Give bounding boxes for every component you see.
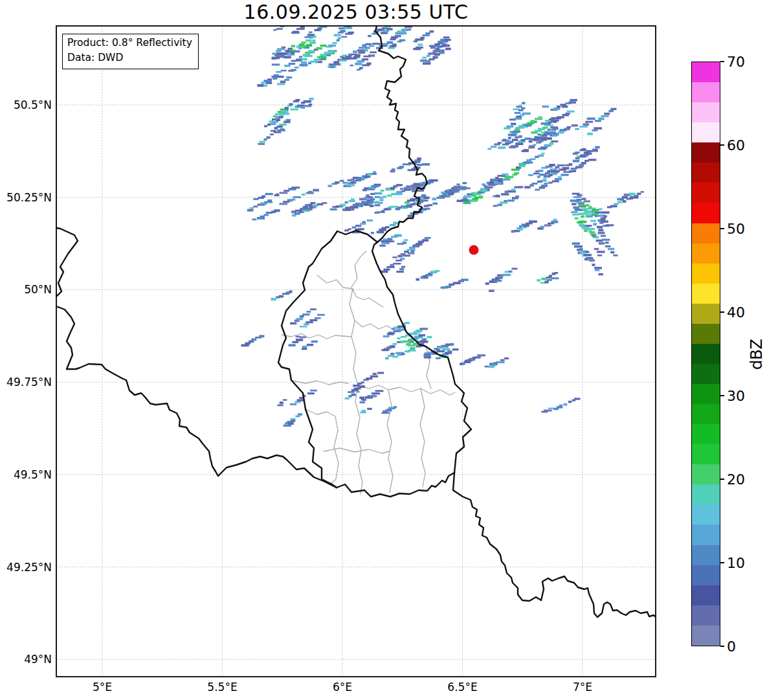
colorbar-band bbox=[692, 284, 720, 304]
region-border bbox=[324, 448, 390, 453]
colorbar-tickmark bbox=[720, 646, 724, 647]
colorbar-band bbox=[692, 565, 720, 585]
x-tick-label: 7°E bbox=[553, 681, 612, 694]
region-border bbox=[351, 251, 366, 288]
colorbar-tick-label: 30 bbox=[727, 388, 745, 404]
product-line: Product: 0.8° Reflectivity bbox=[67, 36, 192, 51]
radar-map bbox=[0, 0, 778, 700]
colorbar-band bbox=[692, 142, 720, 163]
x-tick-label: 5.5°E bbox=[194, 681, 252, 694]
data-source-line: Data: DWD bbox=[67, 51, 192, 65]
y-tick-label: 49.75°N bbox=[0, 376, 52, 389]
colorbar-tick-label: 10 bbox=[727, 555, 745, 571]
region-border bbox=[282, 333, 351, 339]
colorbar-band bbox=[692, 304, 720, 324]
y-tick-label: 49.5°N bbox=[0, 468, 52, 481]
region-border bbox=[387, 390, 393, 492]
colorbar-tickmark bbox=[720, 144, 724, 146]
country-border bbox=[56, 306, 337, 488]
x-tick-label: 6.5°E bbox=[434, 681, 492, 694]
colorbar-tick-label: 20 bbox=[727, 471, 745, 488]
x-tick-label: 6°E bbox=[313, 681, 372, 694]
y-tick-label: 49.25°N bbox=[0, 561, 52, 574]
y-tick-label: 50.5°N bbox=[0, 98, 52, 111]
y-tick-label: 50°N bbox=[0, 283, 52, 296]
colorbar-tickmark bbox=[720, 311, 724, 313]
colorbar-band bbox=[692, 605, 720, 626]
country-border bbox=[337, 473, 454, 497]
product-annotation-box: Product: 0.8° Reflectivity Data: DWD bbox=[62, 34, 199, 69]
colorbar-band bbox=[692, 585, 720, 605]
colorbar-tick-label: 70 bbox=[727, 54, 745, 70]
colorbar-band bbox=[692, 62, 720, 82]
radar-figure: 16.09.2025 03:55 UTC Product: 0.8° Refle… bbox=[0, 0, 778, 700]
country-border bbox=[278, 231, 377, 488]
colorbar-unit-label: dBZ bbox=[748, 328, 766, 380]
country-border bbox=[56, 228, 78, 297]
colorbar-tick-label: 0 bbox=[727, 638, 736, 655]
colorbar-band bbox=[692, 243, 720, 264]
colorbar-band bbox=[692, 424, 720, 444]
region-border bbox=[355, 321, 397, 332]
colorbar-band bbox=[692, 364, 720, 384]
colorbar-tick-label: 50 bbox=[727, 221, 745, 237]
y-tick-label: 50.25°N bbox=[0, 191, 52, 204]
colorbar-band bbox=[692, 545, 720, 565]
colorbar-tickmark bbox=[720, 228, 724, 229]
colorbar-tick-label: 40 bbox=[727, 304, 745, 321]
colorbar-band bbox=[692, 102, 720, 122]
region-borders-layer bbox=[282, 251, 455, 494]
colorbar-band bbox=[692, 484, 720, 504]
colorbar-tickmark bbox=[720, 479, 724, 480]
colorbar-band bbox=[692, 626, 720, 646]
y-tick-label: 49°N bbox=[0, 653, 52, 666]
radar-site-marker-layer bbox=[469, 245, 479, 255]
colorbar-band bbox=[692, 223, 720, 243]
colorbar bbox=[691, 62, 720, 646]
colorbar-band bbox=[692, 183, 720, 203]
x-tick-label: 5°E bbox=[73, 681, 131, 694]
region-border bbox=[420, 389, 425, 487]
colorbar-band bbox=[692, 404, 720, 424]
colorbar-tick-label: 60 bbox=[727, 137, 745, 153]
colorbar-band bbox=[692, 163, 720, 183]
colorbar-band bbox=[692, 82, 720, 102]
colorbar-band bbox=[692, 384, 720, 404]
radar-echo-layer bbox=[241, 12, 644, 427]
region-border bbox=[293, 381, 348, 385]
radar-site-marker bbox=[469, 245, 479, 255]
colorbar-tickmark bbox=[720, 395, 724, 396]
colorbar-band bbox=[692, 444, 720, 464]
colorbar-tickmark bbox=[720, 61, 724, 62]
colorbar-band bbox=[692, 504, 720, 525]
colorbar-band bbox=[692, 324, 720, 344]
colorbar-band bbox=[692, 344, 720, 364]
colorbar-band bbox=[692, 464, 720, 484]
colorbar-band bbox=[692, 122, 720, 142]
colorbar-tickmark bbox=[720, 562, 724, 563]
colorbar-band bbox=[692, 264, 720, 284]
colorbar-band bbox=[692, 525, 720, 545]
colorbar-band bbox=[692, 203, 720, 223]
country-border bbox=[453, 473, 656, 617]
